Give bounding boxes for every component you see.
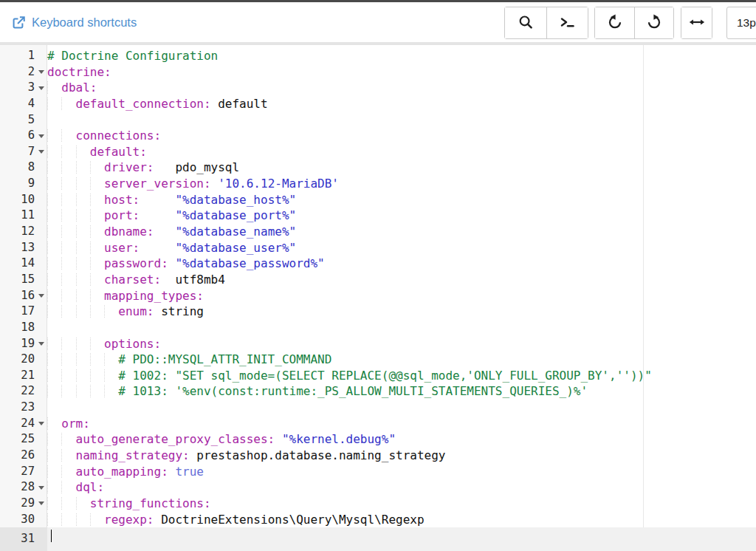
code-line-text[interactable]	[47, 400, 756, 416]
code-line-text[interactable]: # PDO::MYSQL_ATTR_INIT_COMMAND	[47, 352, 756, 368]
code-line[interactable]: 15 charset: utf8mb4	[0, 272, 756, 288]
code-line[interactable]: 19 options:	[0, 336, 756, 352]
fold-arrow-icon[interactable]	[38, 342, 44, 346]
indent-guide	[76, 352, 90, 366]
code-line-text[interactable]: mapping_types:	[47, 288, 756, 304]
code-line[interactable]: 26 naming_strategy: prestashop.database.…	[0, 448, 756, 464]
code-line-text[interactable]: regexp: DoctrineExtensions\Query\Mysql\R…	[47, 512, 756, 528]
code-line-text[interactable]: auto_mapping: true	[47, 464, 756, 480]
line-number: 8	[28, 160, 35, 176]
code-line[interactable]: 12 dbname: "%database_name%"	[0, 224, 756, 240]
code-line[interactable]: 9 server_version: '10.6.12-MariaDB'	[0, 176, 756, 192]
code-line[interactable]: 11 port: "%database_port%"	[0, 208, 756, 224]
code-line[interactable]: 6 connections:	[0, 128, 756, 144]
indent-guide	[61, 145, 75, 159]
code-line-text[interactable]: naming_strategy: prestashop.database.nam…	[47, 448, 756, 464]
indent-guide	[90, 304, 104, 318]
fold-arrow-icon[interactable]	[38, 86, 44, 90]
undo-button[interactable]	[595, 7, 634, 38]
code-line[interactable]: 31	[0, 527, 756, 551]
code-line-text[interactable]: server_version: '10.6.12-MariaDB'	[47, 176, 756, 192]
code-line-text[interactable]: doctrine:	[47, 64, 756, 81]
fit-width-button[interactable]	[681, 7, 712, 38]
fold-arrow-icon[interactable]	[38, 150, 44, 154]
line-number: 20	[21, 352, 35, 368]
fold-zone	[35, 240, 47, 256]
code-token: # 1002: "SET sql_mode=(SELECT REPLACE(@@…	[118, 369, 651, 383]
code-line[interactable]: 10 host: "%database_host%"	[0, 192, 756, 208]
indent-guide	[90, 369, 104, 383]
code-line[interactable]: 17 enum: string	[0, 304, 756, 320]
code-line-text[interactable]: dbal:	[47, 80, 756, 96]
keyboard-shortcuts-link[interactable]: Keyboard shortcuts	[13, 2, 137, 42]
fold-arrow-icon[interactable]	[38, 294, 44, 298]
code-line[interactable]: 1# Doctrine Configuration	[0, 48, 756, 64]
code-line-text[interactable]: default_connection: default	[47, 96, 756, 112]
indent-guide	[47, 193, 61, 207]
indent-guide	[47, 304, 61, 318]
indent-guide	[90, 193, 104, 207]
code-line[interactable]: 7 default:	[0, 144, 756, 160]
code-line-text[interactable]	[47, 320, 756, 336]
code-line[interactable]: 25 auto_generate_proxy_classes: "%kernel…	[0, 431, 756, 448]
fold-arrow-icon[interactable]	[38, 70, 44, 74]
code-line-text[interactable]: default:	[47, 144, 756, 160]
code-line-text[interactable]: connections:	[47, 128, 756, 144]
indent-guide	[61, 129, 75, 143]
code-line[interactable]: 30 regexp: DoctrineExtensions\Query\Mysq…	[0, 512, 756, 528]
code-line-text[interactable]: string_functions:	[47, 496, 756, 512]
code-line-text[interactable]: auto_generate_proxy_classes: "%kernel.de…	[47, 431, 756, 448]
code-line[interactable]: 18	[0, 320, 756, 336]
code-line[interactable]: 29 string_functions:	[0, 496, 756, 512]
code-line[interactable]: 22 # 1013: '%env(const:runtime:_PS_ALLOW…	[0, 383, 756, 400]
code-line[interactable]: 21 # 1002: "SET sql_mode=(SELECT REPLACE…	[0, 368, 756, 384]
fold-arrow-icon[interactable]	[38, 422, 44, 425]
code-line[interactable]: 24 orm:	[0, 416, 756, 432]
fold-arrow-icon[interactable]	[38, 134, 44, 138]
code-line-text[interactable]	[47, 112, 756, 129]
code-line[interactable]: 3 dbal:	[0, 80, 756, 96]
code-token: string	[154, 304, 204, 318]
code-line[interactable]: 2doctrine:	[0, 64, 756, 81]
code-line-text[interactable]: driver: pdo_mysql	[47, 160, 756, 176]
code-line[interactable]: 23	[0, 400, 756, 416]
code-line-text[interactable]: dql:	[47, 479, 756, 496]
code-line[interactable]: 28 dql:	[0, 479, 756, 496]
indent-guide	[47, 448, 61, 462]
code-line-text[interactable]: # Doctrine Configuration	[47, 48, 756, 64]
indent-guide	[47, 177, 61, 191]
code-line-text[interactable]: user: "%database_user%"	[47, 240, 756, 256]
code-line[interactable]: 4 default_connection: default	[0, 96, 756, 112]
indent-guide	[76, 193, 90, 207]
code-line[interactable]: 27 auto_mapping: true	[0, 464, 756, 480]
code-line-text[interactable]: charset: utf8mb4	[47, 272, 756, 288]
code-line-text[interactable]: port: "%database_port%"	[47, 208, 756, 224]
fold-zone	[35, 176, 47, 192]
code-line-text[interactable]: enum: string	[47, 304, 756, 320]
gutter-cell: 14	[0, 256, 47, 272]
code-line-text[interactable]	[47, 527, 756, 551]
console-button[interactable]	[546, 7, 588, 38]
redo-button[interactable]	[634, 7, 673, 38]
code-token: pdo_mysql	[154, 160, 240, 174]
code-line[interactable]: 5	[0, 112, 756, 129]
code-line[interactable]: 16 mapping_types:	[0, 288, 756, 304]
code-line-text[interactable]: dbname: "%database_name%"	[47, 224, 756, 240]
code-line-text[interactable]: password: "%database_password%"	[47, 256, 756, 272]
code-line-text[interactable]: orm:	[47, 416, 756, 432]
fold-zone	[35, 512, 47, 528]
search-button[interactable]	[505, 7, 546, 38]
fold-arrow-icon[interactable]	[38, 486, 44, 490]
code-line-text[interactable]: # 1002: "SET sql_mode=(SELECT REPLACE(@@…	[47, 368, 756, 384]
fold-arrow-icon[interactable]	[38, 502, 44, 505]
code-line[interactable]: 13 user: "%database_user%"	[0, 240, 756, 256]
code-line[interactable]: 8 driver: pdo_mysql	[0, 160, 756, 176]
code-line[interactable]: 20 # PDO::MYSQL_ATTR_INIT_COMMAND	[0, 352, 756, 368]
font-size-select[interactable]: 13px	[726, 7, 756, 39]
yaml-editor[interactable]: 1# Doctrine Configuration2doctrine:3 dba…	[0, 45, 756, 551]
code-line-text[interactable]: host: "%database_host%"	[47, 192, 756, 208]
code-line-text[interactable]: options:	[47, 336, 756, 352]
gutter-cell: 10	[0, 192, 47, 208]
code-line-text[interactable]: # 1013: '%env(const:runtime:_PS_ALLOW_MU…	[47, 383, 756, 400]
code-line[interactable]: 14 password: "%database_password%"	[0, 256, 756, 272]
